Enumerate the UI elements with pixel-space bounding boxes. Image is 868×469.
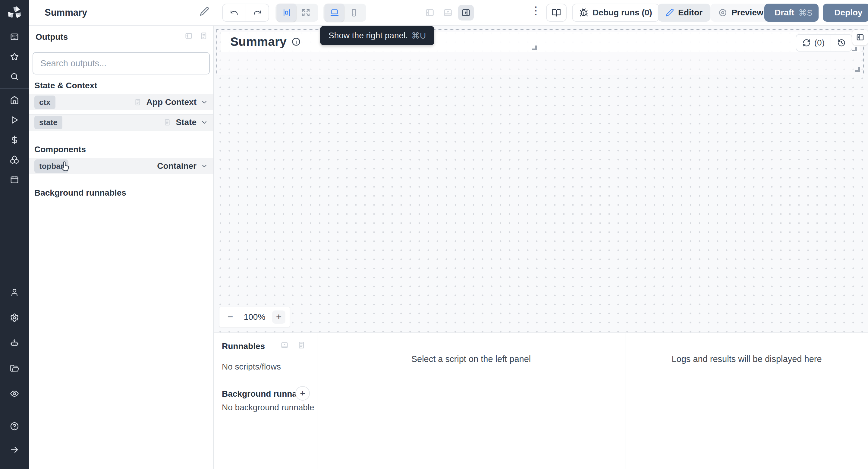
windmill-logo[interactable]	[6, 5, 23, 22]
canvas-app-title: Summary	[230, 35, 287, 49]
app-canvas[interactable]: Summary (0)	[214, 26, 868, 333]
expand-arrows-icon	[301, 8, 310, 17]
debug-runs-button[interactable]: Debug runs (0)	[572, 4, 659, 22]
search-outputs-input[interactable]	[33, 53, 209, 74]
resize-handle[interactable]	[532, 45, 537, 50]
undo-button[interactable]	[223, 4, 246, 21]
deploy-button[interactable]: Deploy	[823, 4, 868, 22]
editor-tab[interactable]: Editor	[658, 4, 710, 22]
runnables-empty-text: No scripts/flows	[222, 362, 281, 372]
toggle-bottom-panel-button[interactable]	[440, 5, 456, 21]
collapse-outputs-button[interactable]	[184, 32, 193, 40]
doc-icon	[297, 341, 306, 349]
rail-item-settings[interactable]	[7, 310, 22, 325]
chevron-down-icon[interactable]	[201, 119, 208, 126]
zoom-control: − 100% +	[219, 307, 290, 327]
preview-tab[interactable]: Preview	[710, 4, 771, 22]
rail-item-favorites[interactable]	[7, 50, 22, 64]
section-background-runnables: Background runnables	[34, 188, 126, 198]
hide-panel-corner-button[interactable]	[852, 30, 868, 45]
smartphone-icon	[349, 8, 358, 17]
output-row-topbar[interactable]: topbar Container	[29, 158, 213, 174]
selected-container-outline[interactable]: Summary	[216, 29, 864, 75]
windmill-logo-icon	[7, 5, 22, 21]
zoom-out-button[interactable]: −	[224, 310, 237, 324]
toggle-right-panel-button[interactable]	[458, 5, 474, 21]
bottom-panels: Runnables No scripts/flows Bac	[214, 333, 868, 469]
output-row-state[interactable]: state State	[29, 114, 213, 130]
desktop-view-button[interactable]	[325, 4, 344, 22]
history-icon	[837, 39, 846, 47]
collapse-runnables-button[interactable]	[280, 341, 289, 349]
arrow-right-icon	[10, 445, 19, 454]
rail-item-home[interactable]	[7, 93, 22, 107]
docs-button[interactable]	[546, 4, 567, 22]
canvas-title-row: Summary	[230, 35, 301, 49]
output-type: Container	[157, 161, 196, 171]
device-toggle	[323, 4, 366, 22]
rail-item-help[interactable]	[7, 419, 22, 433]
panel-toggles	[422, 5, 474, 21]
resize-handle[interactable]	[852, 47, 857, 51]
rail-item-apps[interactable]	[7, 30, 22, 44]
zoom-in-button[interactable]: +	[272, 310, 285, 324]
rail-item-folders[interactable]	[7, 361, 22, 376]
pencil-icon	[665, 8, 674, 17]
output-row-ctx[interactable]: ctx App Context	[29, 94, 213, 110]
panel-bottom-close-icon	[280, 341, 289, 349]
app-window-icon	[10, 32, 19, 41]
full-width-button[interactable]	[296, 4, 315, 22]
rail-bottom-group	[7, 285, 22, 401]
home-icon	[10, 96, 19, 104]
rail-item-variables[interactable]	[7, 133, 22, 147]
help-circle-icon	[10, 422, 19, 431]
preview-tab-label: Preview	[732, 8, 764, 18]
edit-title-button[interactable]	[199, 7, 209, 16]
rail-item-workers[interactable]	[7, 336, 22, 350]
panel-bottom-icon	[443, 7, 453, 18]
outputs-doc-button[interactable]	[199, 32, 208, 40]
rail-item-expand[interactable]	[7, 442, 22, 457]
preview-rings-icon	[718, 8, 727, 17]
gear-icon	[10, 313, 19, 322]
output-type: App Context	[147, 97, 196, 107]
doc-icon	[163, 119, 171, 126]
refresh-count: (0)	[814, 38, 825, 48]
refresh-app-button[interactable]: (0)	[796, 35, 831, 51]
add-background-runnable-button[interactable]: +	[296, 386, 310, 401]
mobile-view-button[interactable]	[344, 4, 364, 22]
rail-item-user[interactable]	[7, 285, 22, 300]
rail-item-schedules[interactable]	[7, 173, 22, 187]
logs-panel: Logs and results will be displayed here	[625, 333, 868, 469]
topbar-component[interactable]	[221, 32, 860, 52]
rail-item-runs[interactable]	[7, 113, 22, 127]
debug-runs-label: Debug runs (0)	[592, 8, 652, 18]
chevron-down-icon[interactable]	[201, 162, 208, 170]
rail-footer-group	[7, 419, 22, 457]
save-draft-button[interactable]: Draft ⌘S	[764, 4, 818, 22]
eye-icon	[10, 389, 19, 398]
canvas-width-toggle	[276, 4, 318, 22]
undo-redo-group	[222, 4, 269, 22]
editor-preview-toggle: Editor Preview	[658, 4, 771, 22]
script-placeholder-text: Select a script on the left panel	[317, 354, 625, 364]
rail-item-audit[interactable]	[7, 386, 22, 401]
info-icon[interactable]	[291, 37, 301, 46]
rail-item-resources[interactable]	[7, 153, 22, 167]
section-components: Components	[34, 145, 86, 154]
chevron-down-icon[interactable]	[201, 99, 208, 106]
outputs-header: Outputs	[36, 32, 68, 42]
redo-button[interactable]	[246, 4, 269, 21]
resize-handle[interactable]	[855, 67, 860, 72]
bounded-width-button[interactable]	[277, 4, 296, 22]
runnables-doc-button[interactable]	[297, 341, 306, 349]
outputs-panel: Outputs State & Context ctx	[29, 26, 214, 469]
bug-icon	[579, 8, 588, 17]
output-type: State	[176, 118, 196, 127]
toggle-left-panel-button[interactable]	[422, 5, 438, 21]
background-runnables-header: Background runna...	[222, 389, 304, 399]
history-button[interactable]	[831, 35, 852, 51]
rail-item-search[interactable]	[7, 69, 22, 84]
more-menu-button[interactable]: ⋮	[530, 4, 542, 17]
undo-icon	[230, 8, 239, 17]
